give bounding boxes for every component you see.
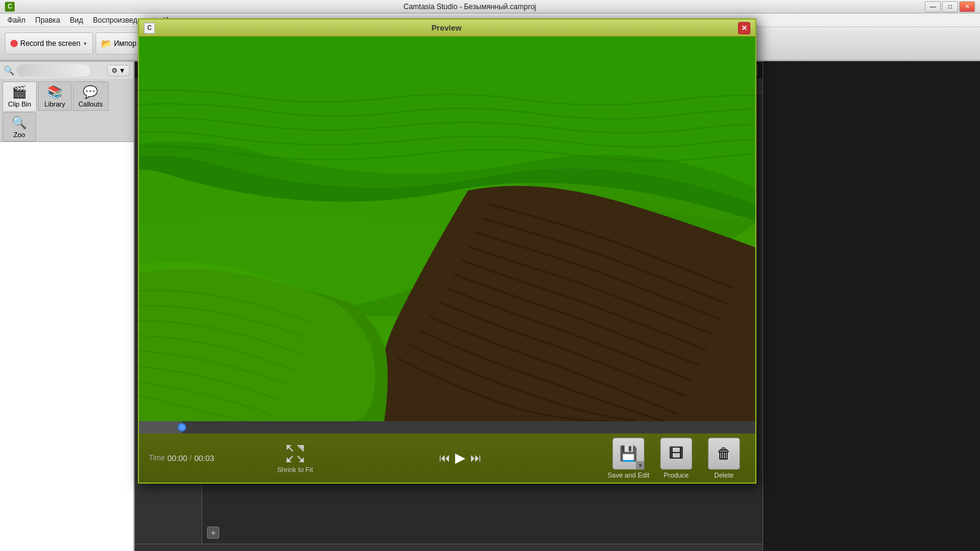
record-dot-icon <box>10 40 18 47</box>
delete-label: Delete <box>714 471 734 479</box>
import-label: Импор <box>114 39 137 48</box>
delete-button[interactable]: 🗑 Delete <box>703 438 745 479</box>
menu-view[interactable]: Вид <box>65 15 88 26</box>
tab-library[interactable]: 📚 Library <box>38 81 72 111</box>
clip-bin-icon: 🎬 <box>12 84 27 99</box>
import-icon: 📂 <box>101 39 111 48</box>
save-and-edit-button[interactable]: 💾 ▼ Save and Edit <box>607 438 650 479</box>
record-label: Record the screen <box>20 39 80 48</box>
title-bar: C Camtasia Studio - Безымянный.camproj —… <box>0 0 980 13</box>
controls-row: Time 00:00 / 00:03 <box>139 433 755 482</box>
time-separator: / <box>190 454 192 462</box>
produce-icon: 🎞 <box>660 438 692 470</box>
action-buttons: 💾 ▼ Save and Edit 🎞 Produce 🗑 Delete <box>607 438 745 479</box>
time-total: 00:03 <box>194 454 214 463</box>
shrink-to-fit-button[interactable]: Shrink to Fit <box>277 443 313 473</box>
search-area: 🔍 <box>4 64 90 77</box>
settings-button[interactable]: ⚙ ▼ <box>107 65 130 77</box>
save-and-edit-label: Save and Edit <box>608 471 650 479</box>
shrink-icon <box>284 443 306 465</box>
left-tabs: 🎬 Clip Bin 📚 Library 💬 Callouts 🔍 Zoo <box>0 79 134 142</box>
progress-bar[interactable] <box>139 421 755 433</box>
preview-window: C Preview ✕ <box>138 18 756 484</box>
import-button[interactable]: 📂 Импор <box>96 32 142 54</box>
delete-icon: 🗑 <box>708 438 740 470</box>
library-icon: 📚 <box>47 84 62 99</box>
left-panel-content <box>0 142 134 551</box>
preview-window-icon: C <box>144 23 155 34</box>
preview-controls: Time 00:00 / 00:03 <box>139 421 755 482</box>
progress-knob[interactable] <box>178 423 186 432</box>
horizontal-scrollbar[interactable] <box>135 544 763 551</box>
right-panel <box>763 61 980 551</box>
tab-library-label: Library <box>45 100 66 108</box>
tab-callouts-label: Callouts <box>78 100 103 108</box>
shrink-label: Shrink to Fit <box>277 466 313 473</box>
gear-icon: ⚙ <box>111 67 118 75</box>
tab-callouts[interactable]: 💬 Callouts <box>73 81 108 111</box>
left-panel: 🔍 ⚙ ▼ 🎬 Clip Bin 📚 Library 💬 Callouts <box>0 61 135 551</box>
search-button[interactable]: 🔍 <box>4 66 14 75</box>
gear-dropdown-icon: ▼ <box>119 67 126 74</box>
time-display: Time 00:00 / 00:03 <box>149 454 214 463</box>
window-title: Camtasia Studio - Безымянный.camproj <box>15 2 925 11</box>
preview-landscape-image <box>139 37 755 421</box>
callouts-icon: 💬 <box>83 84 98 99</box>
skip-forward-button[interactable]: ⏭ <box>470 452 481 465</box>
window-controls: — □ ✕ <box>925 1 975 12</box>
save-dropdown-arrow[interactable]: ▼ <box>636 461 644 470</box>
produce-label: Produce <box>663 471 688 479</box>
menu-edit[interactable]: Правка <box>31 15 66 26</box>
tab-zoom-label: Zoo <box>13 131 25 138</box>
close-button[interactable]: ✕ <box>959 1 975 12</box>
preview-title-bar: C Preview ✕ <box>139 20 755 37</box>
skip-back-button[interactable]: ⏮ <box>439 452 450 465</box>
save-and-edit-icon: 💾 ▼ <box>612 438 644 470</box>
tab-clip-bin-label: Clip Bin <box>8 100 31 108</box>
maximize-button[interactable]: □ <box>942 1 958 12</box>
menu-file[interactable]: Файл <box>2 15 31 26</box>
left-panel-toolbar: 🔍 ⚙ ▼ <box>0 61 134 79</box>
time-label: Time <box>149 454 165 462</box>
preview-title: Preview <box>155 23 738 32</box>
tab-clip-bin[interactable]: 🎬 Clip Bin <box>2 81 37 111</box>
add-track-button[interactable]: + <box>207 527 219 539</box>
minimize-button[interactable]: — <box>925 1 941 12</box>
record-screen-button[interactable]: Record the screen ▼ <box>5 32 93 54</box>
time-current: 00:00 <box>167 454 187 463</box>
produce-button[interactable]: 🎞 Produce <box>655 438 698 479</box>
preview-close-button[interactable]: ✕ <box>738 22 750 34</box>
progress-fill <box>139 421 182 433</box>
play-button[interactable]: ▶ <box>455 450 466 466</box>
playback-controls: ⏮ ▶ ⏭ <box>439 450 481 466</box>
app-icon: C <box>5 2 15 12</box>
zoom-icon: 🔍 <box>12 115 27 130</box>
dropdown-arrow-icon: ▼ <box>83 41 88 47</box>
tab-zoom[interactable]: 🔍 Zoo <box>2 112 36 141</box>
preview-video-area <box>139 37 755 421</box>
search-bar <box>17 64 90 77</box>
